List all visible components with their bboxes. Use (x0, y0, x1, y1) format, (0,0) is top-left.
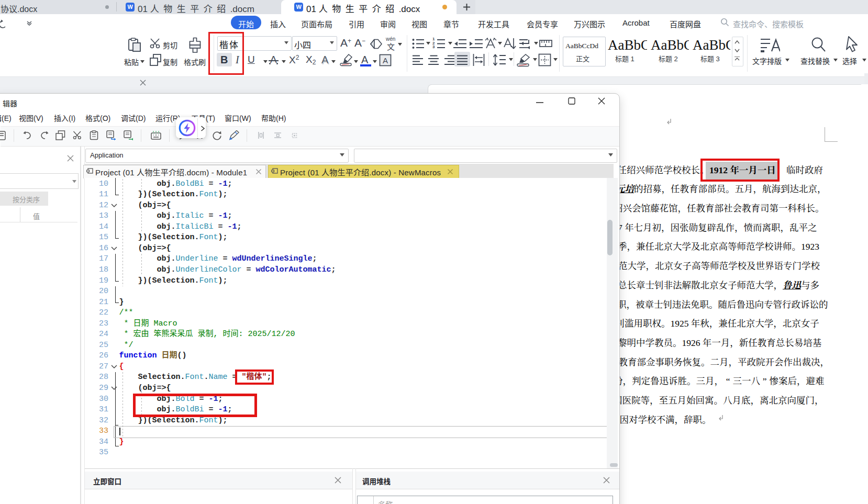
svg-text:A: A (383, 56, 388, 65)
